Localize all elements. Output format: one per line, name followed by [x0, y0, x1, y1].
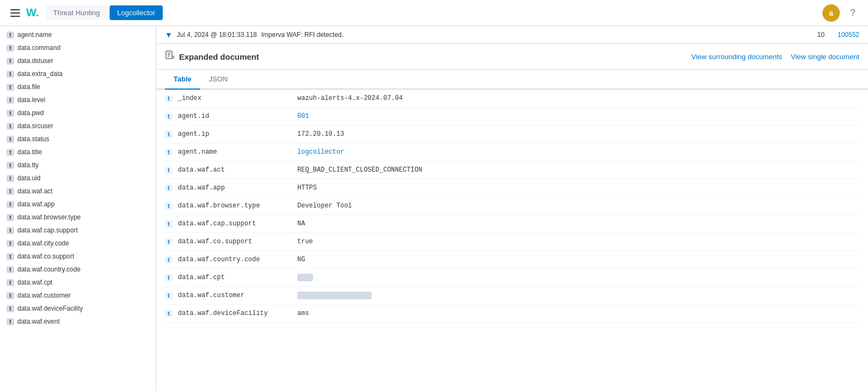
table-row: tdata.waf.country.codeNG	[165, 251, 859, 269]
field-value: HTTPS	[297, 184, 317, 192]
help-icon[interactable]: ?	[844, 4, 861, 22]
type-badge: t	[7, 305, 14, 312]
sidebar-item[interactable]: tdata.tty	[0, 159, 156, 172]
sidebar-item[interactable]: tdata.waf.act	[0, 185, 156, 198]
field-type-badge: t	[165, 149, 173, 156]
tab-json[interactable]: JSON	[200, 70, 237, 90]
sidebar-item[interactable]: tagent.name	[0, 28, 156, 41]
row-highlight[interactable]: ▼ Jul 4, 2024 @ 18:01:33.118 Imperva WAF…	[156, 26, 868, 44]
type-badge: t	[7, 253, 14, 260]
topnav: W. Threat Hunting Logcollector a ?	[0, 0, 868, 26]
sidebar-item-label: data.srcuser	[17, 122, 53, 130]
sidebar-item[interactable]: tdata.level	[0, 93, 156, 106]
sidebar-item[interactable]: tdata.uid	[0, 172, 156, 185]
sidebar-item-label: data.command	[17, 44, 60, 52]
table-row: tdata.waf.deviceFacilityams	[165, 305, 859, 323]
table-row: tdata.waf.cpt████	[165, 269, 859, 287]
type-badge: t	[7, 227, 14, 234]
row-num: 10	[818, 31, 825, 39]
field-value: ams	[297, 310, 309, 317]
view-surrounding-link[interactable]: View surrounding documents	[691, 53, 782, 61]
view-single-link[interactable]: View single document	[791, 53, 859, 61]
sidebar-item-label: data.waf.deviceFacility	[17, 305, 83, 312]
sidebar-item-label: data.extra_data	[17, 70, 62, 78]
sidebar-item[interactable]: tdata.waf.deviceFacility	[0, 302, 156, 315]
type-badge: t	[7, 175, 14, 182]
type-badge: t	[7, 318, 14, 325]
type-badge: t	[7, 201, 14, 208]
field-value: true	[297, 238, 313, 245]
nav-tab-logcollector[interactable]: Logcollector	[110, 5, 163, 20]
sidebar-item-label: data.waf.country.code	[17, 266, 81, 273]
sidebar-item-label: data.waf.city.code	[17, 239, 69, 247]
sidebar-item-label: data.waf.act	[17, 187, 53, 195]
sidebar-item[interactable]: tdata.extra_data	[0, 67, 156, 80]
field-name: agent.name	[178, 148, 297, 156]
type-badge: t	[7, 136, 14, 143]
sidebar-item[interactable]: tdata.waf.cap.support	[0, 224, 156, 237]
svg-rect-5	[168, 54, 170, 55]
field-name: data.waf.cpt	[178, 274, 297, 281]
field-value[interactable]: logcollector	[297, 148, 344, 156]
tab-table[interactable]: Table	[165, 70, 200, 90]
table-row: tagent.id001	[165, 108, 859, 125]
type-badge: t	[7, 240, 14, 247]
sidebar-item-label: data.waf.cpt	[17, 279, 53, 286]
field-type-badge: t	[165, 131, 173, 138]
field-type-badge: t	[165, 274, 173, 281]
field-name: data.waf.country.code	[178, 256, 297, 263]
nav-tab-threat-hunting[interactable]: Threat Hunting	[46, 5, 107, 20]
main-layout: tagent.nametdata.commandtdata.dstusertda…	[0, 26, 868, 391]
sidebar-item[interactable]: tdata.file	[0, 80, 156, 93]
table-row: tagent.namelogcollector	[165, 143, 859, 161]
field-name: data.waf.co.support	[178, 238, 297, 245]
sidebar-item-label: data.waf.event	[17, 318, 60, 325]
sidebar-item-label: data.dstuser	[17, 57, 53, 65]
type-badge: t	[7, 123, 14, 130]
type-badge: t	[7, 292, 14, 299]
table-row: tdata.waf.cap.supportNA	[165, 215, 859, 233]
field-type-badge: t	[165, 256, 173, 263]
sidebar-item-label: agent.name	[17, 31, 52, 39]
sidebar-item-label: data.waf.customer	[17, 292, 71, 299]
type-badge: t	[7, 71, 14, 78]
type-badge: t	[7, 110, 14, 117]
field-value: NA	[297, 220, 305, 228]
type-badge: t	[7, 214, 14, 221]
sidebar-item[interactable]: tdata.waf.browser.type	[0, 211, 156, 224]
field-type-badge: t	[165, 292, 173, 299]
sidebar-item[interactable]: tdata.srcuser	[0, 119, 156, 133]
row-id[interactable]: 100552	[838, 31, 859, 39]
svg-rect-4	[168, 53, 170, 54]
sidebar-item[interactable]: tdata.waf.co.support	[0, 250, 156, 263]
sidebar-item[interactable]: tdata.waf.customer	[0, 289, 156, 302]
sidebar-item[interactable]: tdata.waf.cpt	[0, 276, 156, 289]
svg-rect-2	[10, 16, 20, 17]
sidebar-item-label: data.file	[17, 83, 40, 91]
row-message: Imperva WAF: RFI detected.	[261, 31, 818, 39]
sidebar-item[interactable]: tdata.dstuser	[0, 54, 156, 67]
field-name: data.waf.app	[178, 184, 297, 192]
sidebar-item[interactable]: tdata.status	[0, 133, 156, 146]
sidebar-item[interactable]: tdata.pwd	[0, 106, 156, 119]
expanded-doc-actions: View surrounding documents View single d…	[691, 53, 859, 61]
table-content: t_indexwazuh-alerts-4.x-2024.07.04tagent…	[156, 90, 868, 323]
sidebar-item[interactable]: tdata.waf.city.code	[0, 237, 156, 250]
table-row: tdata.waf.appHTTPS	[165, 179, 859, 197]
table-row: t_indexwazuh-alerts-4.x-2024.07.04	[165, 90, 859, 108]
field-type-badge: t	[165, 113, 173, 120]
avatar[interactable]: a	[822, 4, 840, 22]
expanded-doc-title: Expanded document	[179, 52, 691, 61]
sidebar-item[interactable]: tdata.waf.country.code	[0, 263, 156, 276]
menu-icon[interactable]	[7, 4, 24, 22]
table-row: tdata.waf.browser.typeDeveloper Tool	[165, 197, 859, 215]
app-logo[interactable]: W.	[24, 4, 41, 22]
sidebar-item[interactable]: tdata.waf.app	[0, 198, 156, 211]
sidebar-item[interactable]: tdata.title	[0, 146, 156, 159]
field-type-badge: t	[165, 238, 173, 245]
sidebar-item[interactable]: tdata.command	[0, 41, 156, 54]
field-value[interactable]: 001	[297, 112, 309, 120]
field-name: data.waf.cap.support	[178, 220, 297, 228]
nav-tabs: Threat Hunting Logcollector	[46, 5, 163, 20]
sidebar-item[interactable]: tdata.waf.event	[0, 315, 156, 328]
